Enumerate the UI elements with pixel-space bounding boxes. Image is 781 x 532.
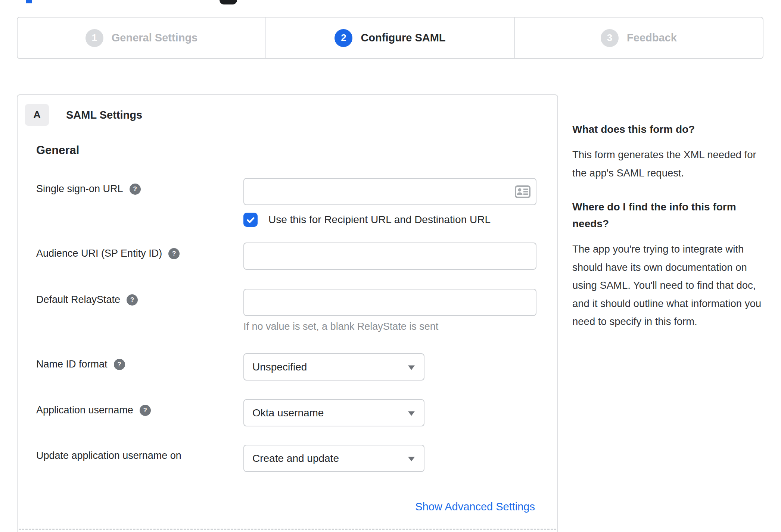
checkmark-icon	[246, 215, 256, 225]
selected-value: Okta username	[252, 407, 324, 419]
sso-url-field-wrap	[243, 178, 536, 205]
step-configure-saml[interactable]: 2 Configure SAML	[265, 18, 514, 58]
relay-state-label: Default RelayState ?	[36, 294, 138, 306]
audience-uri-field-wrap	[243, 242, 536, 270]
field-row-relay-state: Default RelayState ? If no value is set,…	[18, 289, 557, 316]
audience-uri-input[interactable]	[243, 242, 536, 270]
step-label: Feedback	[627, 32, 677, 44]
sso-url-label: Single sign-on URL ?	[36, 183, 141, 195]
selected-value: Unspecified	[252, 361, 307, 373]
show-advanced-settings-link[interactable]: Show Advanced Settings	[415, 501, 535, 513]
help-icon[interactable]: ?	[127, 294, 138, 306]
step-label: General Settings	[112, 32, 197, 44]
chevron-down-icon	[408, 411, 415, 416]
recipient-url-checkbox-row: Use this for Recipient URL and Destinati…	[243, 213, 491, 227]
panel-title: SAML Settings	[66, 109, 142, 121]
update-app-username-select[interactable]: Create and update	[243, 445, 424, 472]
step-number-badge: 2	[335, 29, 352, 47]
dashed-section-divider	[19, 529, 556, 530]
selected-value: Create and update	[252, 453, 339, 464]
help-question-title: Where do I find the info this form needs…	[572, 198, 767, 232]
audience-uri-label: Audience URI (SP Entity ID) ?	[36, 248, 180, 259]
general-section-heading: General	[36, 144, 79, 157]
recipient-url-checkbox-label: Use this for Recipient URL and Destinati…	[268, 214, 491, 226]
chevron-down-icon	[408, 457, 415, 461]
saml-settings-panel: A SAML Settings General Single sign-on U…	[17, 94, 558, 532]
field-row-sso-url: Single sign-on URL ?	[18, 178, 557, 205]
field-row-name-id-format: Name ID format ? Unspecified	[18, 353, 557, 381]
chevron-down-icon	[408, 365, 415, 370]
name-id-format-select[interactable]: Unspecified	[243, 353, 424, 381]
field-row-update-app-username: Update application username on Create an…	[18, 445, 557, 472]
field-row-audience-uri: Audience URI (SP Entity ID) ?	[18, 242, 557, 270]
step-feedback[interactable]: 3 Feedback	[514, 18, 763, 58]
step-number-badge: 3	[601, 29, 619, 47]
sso-url-input[interactable]	[243, 178, 536, 205]
help-icon[interactable]: ?	[114, 359, 125, 370]
help-question-title: What does this form do?	[572, 121, 767, 138]
clipped-logo-fragment	[220, 0, 237, 4]
help-icon[interactable]: ?	[140, 405, 151, 416]
relay-state-input[interactable]	[243, 289, 536, 316]
wizard-stepper: 1 General Settings 2 Configure SAML 3 Fe…	[17, 17, 763, 59]
help-question-body: The app you're trying to integrate with …	[572, 240, 767, 331]
help-icon[interactable]: ?	[168, 248, 180, 259]
relay-state-hint: If no value is set, a blank RelayState i…	[243, 321, 438, 332]
step-number-badge: 1	[85, 29, 103, 47]
help-question-body: This form generates the XML needed for t…	[572, 146, 767, 182]
help-icon[interactable]: ?	[130, 184, 141, 195]
name-id-format-label: Name ID format ?	[36, 359, 125, 370]
field-row-application-username: Application username ? Okta username	[18, 399, 557, 426]
application-username-label: Application username ?	[36, 404, 151, 416]
step-general-settings[interactable]: 1 General Settings	[18, 18, 265, 58]
contact-card-icon	[515, 185, 530, 198]
relay-state-field-wrap	[243, 289, 536, 316]
step-label: Configure SAML	[361, 32, 445, 44]
application-username-select[interactable]: Okta username	[243, 399, 424, 426]
section-badge-a: A	[25, 104, 49, 126]
panel-header: A SAML Settings	[25, 104, 142, 126]
help-sidebar: What does this form do? This form genera…	[572, 121, 767, 347]
use-for-recipient-checkbox[interactable]	[243, 213, 258, 227]
clipped-tab-indicator-fragment	[26, 0, 32, 3]
update-app-username-label: Update application username on	[36, 450, 181, 461]
